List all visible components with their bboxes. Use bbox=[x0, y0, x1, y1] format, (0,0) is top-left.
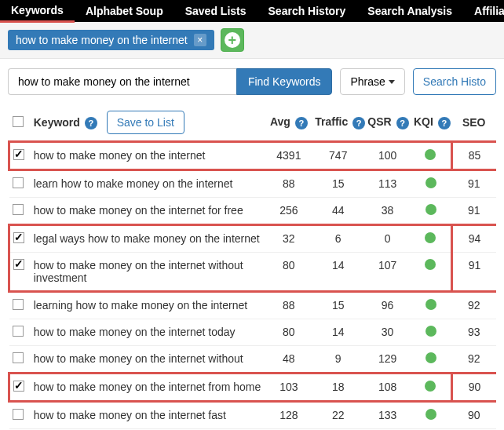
seo-cell: 91 bbox=[451, 198, 496, 225]
tag-bar: how to make money on the internet × + bbox=[0, 22, 504, 59]
table-row: learn how to make money on the internet8… bbox=[9, 170, 497, 198]
row-checkbox[interactable] bbox=[13, 409, 24, 420]
save-to-list-button[interactable]: Save to List bbox=[107, 111, 184, 134]
seo-cell: 93 bbox=[451, 319, 496, 346]
keyword-cell[interactable]: how to make money on the internet from h… bbox=[31, 374, 266, 402]
kqi-cell bbox=[411, 225, 451, 253]
match-type-dropdown[interactable]: Phrase bbox=[340, 68, 404, 95]
nav-item[interactable]: Keywords bbox=[0, 0, 75, 23]
row-checkbox[interactable] bbox=[13, 299, 24, 310]
table-row: how to make money on the internet4391747… bbox=[9, 142, 497, 170]
kqi-cell bbox=[411, 198, 451, 225]
row-checkbox[interactable] bbox=[13, 177, 24, 188]
row-checkbox[interactable] bbox=[13, 381, 24, 392]
info-icon[interactable]: ? bbox=[396, 117, 409, 129]
qsr-cell: 100 bbox=[364, 142, 411, 170]
keyword-cell[interactable]: learn how to make money on the internet bbox=[31, 170, 266, 198]
keyword-cell[interactable]: how to make money on the internet bbox=[31, 142, 266, 170]
kqi-indicator-icon bbox=[425, 259, 436, 270]
table-row: how to make money on the internet withou… bbox=[9, 253, 497, 292]
keyword-cell[interactable]: how to make money on the internet today bbox=[31, 319, 266, 346]
col-avg[interactable]: Avg ? bbox=[266, 104, 312, 142]
table-row: learning how to make money on the intern… bbox=[9, 292, 497, 319]
avg-cell: 48 bbox=[266, 346, 312, 374]
row-checkbox[interactable] bbox=[13, 326, 24, 337]
seo-cell: 90 bbox=[451, 402, 496, 429]
avg-cell: 103 bbox=[266, 374, 312, 402]
info-icon[interactable]: ? bbox=[352, 117, 365, 129]
kqi-indicator-icon bbox=[425, 177, 436, 188]
col-traffic[interactable]: Traffic ? bbox=[312, 104, 364, 142]
row-checkbox[interactable] bbox=[13, 149, 24, 160]
row-checkbox[interactable] bbox=[13, 259, 24, 270]
avg-cell: 4391 bbox=[266, 142, 312, 170]
seo-cell: 91 bbox=[451, 253, 496, 292]
qsr-cell: 107 bbox=[364, 253, 411, 292]
keyword-cell[interactable]: how to make money on the internet withou… bbox=[31, 253, 266, 292]
kqi-cell bbox=[411, 374, 451, 402]
search-group: Find Keywords bbox=[8, 68, 332, 95]
traffic-cell: 747 bbox=[312, 142, 364, 170]
col-kqi[interactable]: KQI ? bbox=[411, 104, 451, 142]
kqi-indicator-icon bbox=[425, 352, 436, 363]
results-table-wrap: Keyword ? Save to List Avg ? Traffic ? Q… bbox=[0, 104, 504, 430]
row-checkbox[interactable] bbox=[13, 204, 24, 215]
chevron-down-icon bbox=[389, 80, 395, 84]
row-checkbox[interactable] bbox=[13, 352, 24, 363]
keyword-cell[interactable]: how to make money on the internet for fr… bbox=[31, 198, 266, 225]
avg-cell: 88 bbox=[266, 170, 312, 198]
kqi-cell bbox=[411, 142, 451, 170]
keyword-chip[interactable]: how to make money on the internet × bbox=[8, 30, 214, 50]
select-all-checkbox[interactable] bbox=[13, 116, 24, 127]
seo-cell: 90 bbox=[451, 374, 496, 402]
nav-item[interactable]: Affiliate P bbox=[463, 1, 504, 21]
add-keyword-button[interactable]: + bbox=[221, 28, 244, 52]
traffic-cell: 15 bbox=[312, 170, 364, 198]
seo-cell: 91 bbox=[451, 170, 496, 198]
table-row: how to make money on the internet today8… bbox=[9, 319, 497, 346]
kqi-indicator-icon bbox=[425, 149, 436, 160]
traffic-cell: 9 bbox=[312, 346, 364, 374]
nav-item[interactable]: Saved Lists bbox=[174, 1, 257, 21]
traffic-cell: 22 bbox=[312, 402, 364, 429]
col-qsr[interactable]: QSR ? bbox=[364, 104, 411, 142]
qsr-cell: 38 bbox=[364, 198, 411, 225]
info-icon[interactable]: ? bbox=[85, 117, 97, 129]
seo-cell: 92 bbox=[451, 292, 496, 319]
keyword-cell[interactable]: legal ways how to make money on the inte… bbox=[31, 225, 266, 253]
keyword-chip-text: how to make money on the internet bbox=[16, 34, 188, 46]
info-icon[interactable]: ? bbox=[295, 117, 308, 129]
kqi-indicator-icon bbox=[425, 204, 436, 215]
table-row: how to make money on the internet withou… bbox=[9, 346, 497, 374]
close-icon[interactable]: × bbox=[194, 34, 206, 46]
seo-cell: 85 bbox=[451, 142, 496, 170]
search-history-button[interactable]: Search Histo bbox=[413, 68, 496, 95]
kqi-indicator-icon bbox=[425, 381, 436, 392]
seo-cell: 92 bbox=[451, 346, 496, 374]
col-seo[interactable]: SEO bbox=[451, 104, 496, 142]
row-checkbox[interactable] bbox=[13, 232, 24, 243]
plus-icon: + bbox=[225, 32, 240, 48]
keyword-cell[interactable]: learning how to make money on the intern… bbox=[31, 292, 266, 319]
kqi-cell bbox=[411, 292, 451, 319]
col-keyword[interactable]: Keyword ? Save to List bbox=[31, 104, 266, 142]
avg-cell: 88 bbox=[266, 292, 312, 319]
kqi-indicator-icon bbox=[425, 299, 436, 310]
find-keywords-button[interactable]: Find Keywords bbox=[236, 68, 333, 95]
keyword-cell[interactable]: how to make money on the internet withou… bbox=[31, 346, 266, 374]
qsr-cell: 133 bbox=[364, 402, 411, 429]
search-input[interactable] bbox=[8, 68, 236, 95]
avg-cell: 128 bbox=[266, 402, 312, 429]
table-row: legal ways how to make money on the inte… bbox=[9, 225, 497, 253]
nav-item[interactable]: Search History bbox=[257, 1, 357, 21]
kqi-indicator-icon bbox=[425, 409, 436, 420]
nav-item[interactable]: Search Analysis bbox=[356, 1, 463, 21]
qsr-cell: 96 bbox=[364, 292, 411, 319]
qsr-cell: 113 bbox=[364, 170, 411, 198]
nav-item[interactable]: Alphabet Soup bbox=[75, 1, 174, 21]
keyword-cell[interactable]: how to make money on the internet fast bbox=[31, 402, 266, 429]
match-type-label: Phrase bbox=[350, 75, 385, 88]
info-icon[interactable]: ? bbox=[438, 117, 451, 129]
avg-cell: 80 bbox=[266, 253, 312, 292]
traffic-cell: 18 bbox=[312, 374, 364, 402]
